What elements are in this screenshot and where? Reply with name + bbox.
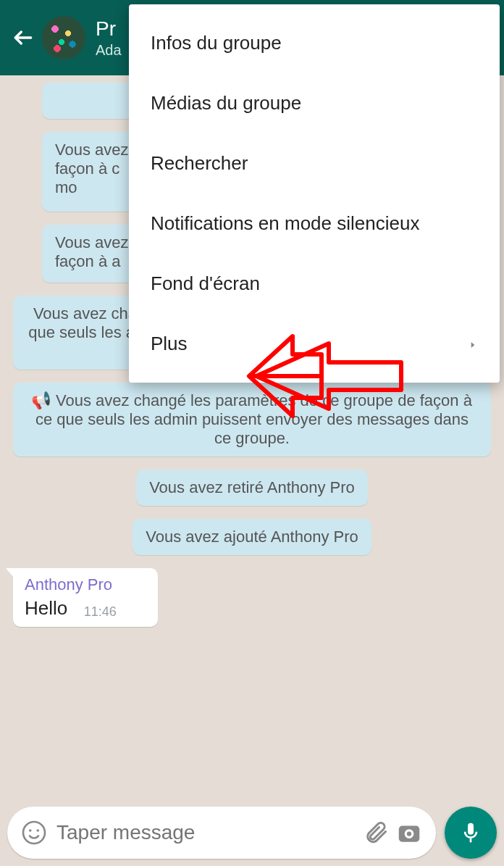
menu-item-more[interactable]: Plus bbox=[129, 314, 500, 374]
system-message bbox=[42, 83, 143, 119]
incoming-message[interactable]: Anthony Pro Hello 11:46 bbox=[13, 568, 158, 627]
mic-button[interactable] bbox=[445, 807, 497, 859]
attach-icon[interactable] bbox=[359, 816, 392, 849]
back-arrow-icon[interactable] bbox=[7, 22, 39, 54]
message-body: Hello bbox=[25, 597, 67, 620]
menu-item-mute-notifications[interactable]: Notifications en mode silencieux bbox=[129, 193, 500, 254]
message-input-bar bbox=[7, 807, 497, 859]
menu-item-label: Rechercher bbox=[151, 152, 248, 175]
menu-item-search[interactable]: Rechercher bbox=[129, 133, 500, 193]
svg-point-6 bbox=[407, 831, 411, 836]
overflow-menu: Infos du groupe Médias du groupe Recherc… bbox=[129, 4, 500, 383]
group-avatar[interactable] bbox=[42, 16, 85, 59]
chat-title: Pr bbox=[96, 17, 122, 41]
system-message-added: Vous avez ajouté Anthony Pro bbox=[133, 519, 371, 555]
svg-marker-8 bbox=[471, 342, 475, 348]
menu-item-label: Médias du groupe bbox=[151, 92, 301, 115]
svg-point-1 bbox=[23, 822, 45, 844]
chat-title-group[interactable]: Pr Ada bbox=[96, 17, 122, 59]
system-message-text: Vous avez changé les paramètres de ce gr… bbox=[35, 391, 472, 447]
message-sender: Anthony Pro bbox=[25, 575, 146, 594]
chevron-right-icon bbox=[468, 333, 478, 355]
menu-item-label: Fond d'écran bbox=[151, 272, 260, 295]
menu-item-label: Notifications en mode silencieux bbox=[151, 212, 419, 235]
svg-rect-7 bbox=[470, 838, 472, 842]
emoji-icon[interactable] bbox=[17, 816, 51, 849]
svg-point-2 bbox=[29, 829, 32, 832]
menu-item-label: Infos du groupe bbox=[151, 32, 282, 54]
camera-icon[interactable] bbox=[392, 816, 426, 849]
system-message-send-settings: 📢Vous avez changé les paramètres de ce g… bbox=[13, 383, 491, 457]
megaphone-icon: 📢 bbox=[30, 390, 53, 412]
menu-item-wallpaper[interactable]: Fond d'écran bbox=[129, 254, 500, 314]
menu-item-label: Plus bbox=[151, 333, 188, 355]
message-time: 11:46 bbox=[84, 604, 117, 620]
system-message-removed: Vous avez retiré Anthony Pro bbox=[136, 470, 368, 506]
chat-subtitle: Ada bbox=[96, 42, 122, 59]
input-pill bbox=[7, 807, 436, 859]
menu-item-group-info[interactable]: Infos du groupe bbox=[129, 13, 500, 73]
message-input[interactable] bbox=[51, 821, 359, 844]
menu-item-group-media[interactable]: Médias du groupe bbox=[129, 73, 500, 133]
svg-point-3 bbox=[36, 829, 39, 832]
